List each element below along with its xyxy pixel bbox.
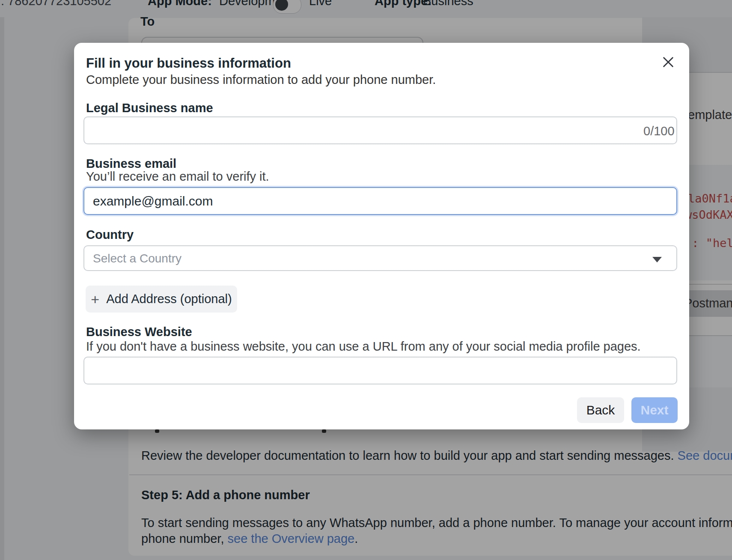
country-label: Country [86, 228, 134, 242]
website-helper: If you don't have a business website, yo… [86, 340, 641, 354]
plus-icon: + [91, 292, 99, 307]
modal-subtitle: Complete your business information to ad… [86, 73, 436, 87]
email-helper: You’ll receive an email to verify it. [86, 170, 269, 184]
back-button[interactable]: Back [577, 397, 624, 423]
legal-name-input[interactable] [83, 116, 677, 144]
modal-title: Fill in your business information [86, 56, 291, 71]
website-label: Business Website [86, 325, 192, 339]
next-button[interactable]: Next [631, 397, 678, 423]
add-address-button[interactable]: + Add Address (optional) [86, 286, 237, 313]
close-icon [661, 55, 675, 69]
website-input[interactable] [83, 357, 677, 384]
country-placeholder: Select a Country [93, 252, 182, 265]
char-counter: 0/100 [643, 124, 675, 138]
chevron-down-icon [652, 257, 662, 262]
close-button[interactable] [659, 53, 678, 71]
email-label: Business email [86, 157, 176, 171]
country-select[interactable]: Select a Country [83, 245, 677, 271]
legal-name-label: Legal Business name [86, 101, 213, 115]
email-input[interactable] [83, 187, 677, 215]
add-address-label: Add Address (optional) [106, 292, 232, 306]
business-info-modal: Fill in your business information Comple… [74, 43, 689, 429]
